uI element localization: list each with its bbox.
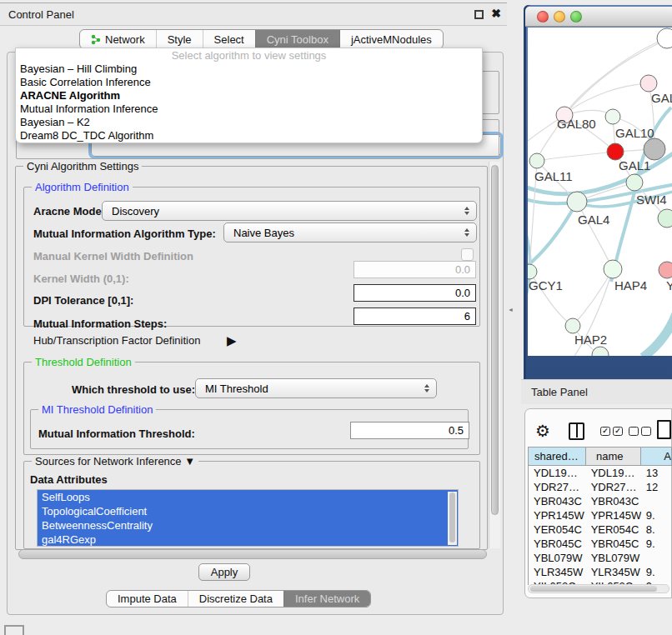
attributes-scrollbar[interactable] bbox=[448, 492, 457, 545]
hub-expand-arrow-icon[interactable]: ▶ bbox=[227, 333, 237, 348]
node-green-right[interactable] bbox=[658, 209, 672, 228]
mi-threshold-field[interactable]: 0.5 bbox=[350, 422, 469, 439]
table-cell: YER054C bbox=[586, 522, 641, 537]
close-window-icon[interactable] bbox=[537, 11, 549, 22]
tab-jactivemnodules[interactable]: jActiveMNodules bbox=[339, 30, 443, 48]
node-gal11[interactable] bbox=[529, 153, 544, 168]
settings-vertical-scrollbar[interactable] bbox=[489, 162, 500, 548]
tab-cyni-toolbox-label: Cyni Toolbox bbox=[267, 33, 328, 46]
gear-icon[interactable]: ⚙ bbox=[535, 421, 550, 441]
table-cell: YLR345W bbox=[586, 565, 641, 579]
table-cell: YDR27… bbox=[529, 480, 586, 494]
deselect-all-checkbox-icon[interactable] bbox=[629, 427, 639, 436]
tab-impute-data[interactable]: Impute Data bbox=[107, 591, 188, 607]
split-pane-collapse-icon[interactable]: ◄ bbox=[508, 307, 514, 312]
node-hap4[interactable] bbox=[604, 260, 622, 278]
dropdown-item-bayesian-k2[interactable]: Bayesian – K2 bbox=[16, 116, 482, 129]
dropdown-item-bayesian-hill-climbing[interactable]: Bayesian – Hill Climbing bbox=[16, 62, 482, 76]
mi-steps-field[interactable]: 6 bbox=[354, 308, 476, 325]
zoom-window-icon[interactable] bbox=[570, 11, 582, 22]
network-view-window[interactable]: GALGAL80GAL10GAL1GAL11SWI4GAL4GCY1HAP4YH… bbox=[524, 5, 672, 379]
table-row[interactable]: YBR043CYBR043C bbox=[529, 494, 672, 508]
tab-network-label: Network bbox=[105, 33, 145, 46]
dpi-tolerance-field[interactable]: 0.0 bbox=[354, 284, 476, 302]
node-swi4[interactable] bbox=[626, 174, 643, 191]
node-y-cut[interactable] bbox=[659, 262, 672, 278]
node-gcy1[interactable] bbox=[528, 264, 537, 279]
tab-style-label: Style bbox=[168, 33, 192, 46]
node-gray[interactable] bbox=[644, 138, 665, 160]
control-panel-tabbar: NetworkStyleSelectCyni ToolboxjActiveMNo… bbox=[79, 29, 444, 49]
tab-select[interactable]: Select bbox=[203, 30, 255, 48]
network-edge[interactable] bbox=[537, 152, 615, 161]
settings-vscroll-thumb[interactable] bbox=[491, 165, 499, 515]
float-panel-icon[interactable] bbox=[474, 10, 484, 19]
table-header-row: shared…nameA bbox=[529, 448, 672, 466]
table-cell: YBR043C bbox=[529, 494, 586, 508]
node-gal1[interactable] bbox=[607, 143, 624, 160]
tab-jactivemnodules-label: jActiveMNodules bbox=[351, 33, 432, 46]
tab-discretize-data-label: Discretize Data bbox=[199, 592, 273, 605]
table-column-header-shared[interactable]: shared… bbox=[529, 448, 586, 465]
table-row[interactable]: YER054CYER054C8. bbox=[529, 522, 672, 537]
network-edge[interactable] bbox=[643, 301, 672, 356]
network-canvas[interactable]: GALGAL80GAL10GAL1GAL11SWI4GAL4GCY1HAP4YH… bbox=[528, 28, 672, 356]
node-gal1-label: GAL1 bbox=[619, 158, 650, 172]
table-column-header-name[interactable]: name bbox=[586, 448, 641, 465]
tab-discretize-data[interactable]: Discretize Data bbox=[188, 591, 283, 607]
sources-collapse-arrow-icon[interactable]: ▼ bbox=[184, 455, 195, 468]
table-hscroll-thumb[interactable] bbox=[530, 586, 657, 592]
data-attributes-list[interactable]: SelfLoopsTopologicalCoefficientBetweenne… bbox=[37, 489, 459, 547]
which-threshold-combobox[interactable]: MI Threshold bbox=[195, 378, 437, 398]
network-edge[interactable] bbox=[528, 202, 577, 269]
table-row[interactable]: YPR145WYPR145W9. bbox=[529, 508, 672, 522]
close-panel-icon[interactable]: ✖ bbox=[491, 7, 501, 20]
aracne-mode-combobox[interactable]: Discovery bbox=[102, 201, 477, 221]
table-horizontal-scrollbar[interactable] bbox=[528, 584, 669, 593]
columns-icon[interactable] bbox=[569, 422, 584, 440]
tab-cyni-toolbox[interactable]: Cyni Toolbox bbox=[255, 30, 339, 48]
deselect-all-checkbox-icon[interactable] bbox=[641, 427, 651, 436]
dropdown-item-mutual-information-inference[interactable]: Mutual Information Inference bbox=[16, 102, 482, 116]
settings-horizontal-scrollbar[interactable] bbox=[18, 549, 487, 559]
network-edge[interactable] bbox=[573, 269, 613, 326]
select-all-checkbox-icon[interactable]: ✓ bbox=[613, 427, 623, 436]
manual-kernel-width-checkbox[interactable] bbox=[461, 248, 474, 261]
kernel-width-field[interactable]: 0.0 bbox=[354, 261, 476, 278]
tab-style[interactable]: Style bbox=[156, 30, 203, 48]
network-window-titlebar[interactable] bbox=[525, 7, 672, 27]
hub-definition-label[interactable]: Hub/Transcription Factor Definition bbox=[33, 334, 200, 347]
corner-grip-icon[interactable] bbox=[4, 625, 24, 635]
select-all-checkbox-icon[interactable]: ✓ bbox=[600, 427, 610, 436]
network-icon bbox=[91, 34, 101, 45]
node-top[interactable] bbox=[657, 28, 672, 48]
attribute-item-betweennesscentrality[interactable]: BetweennessCentrality bbox=[38, 518, 458, 532]
tab-infer-network[interactable]: Infer Network bbox=[283, 591, 370, 607]
table-row[interactable]: YBR045CYBR045C9. bbox=[529, 537, 672, 551]
table-column-header-a[interactable]: A bbox=[641, 448, 672, 465]
minimize-window-icon[interactable] bbox=[554, 11, 565, 22]
table-row[interactable]: YDR27…YDR27…12 bbox=[529, 480, 672, 494]
apply-button[interactable]: Apply bbox=[198, 563, 250, 581]
attribute-item-selfloops[interactable]: SelfLoops bbox=[38, 490, 458, 504]
table-cell: YDL19… bbox=[586, 466, 641, 480]
tab-network[interactable]: Network bbox=[80, 30, 156, 48]
attribute-item-gal4rgexp[interactable]: gal4RGexp bbox=[38, 532, 458, 547]
table-row[interactable]: YLR345WYLR345W9. bbox=[529, 565, 672, 579]
node-gal4[interactable] bbox=[567, 192, 587, 212]
new-table-icon[interactable] bbox=[657, 420, 671, 439]
which-threshold-label: Which threshold to use: bbox=[72, 383, 195, 396]
dropdown-item-dream8-dc-tdc-algorithm[interactable]: Dream8 DC_TDC Algorithm bbox=[16, 129, 482, 142]
node-hap2[interactable] bbox=[565, 318, 580, 333]
attribute-item-topologicalcoefficient[interactable]: TopologicalCoefficient bbox=[38, 504, 458, 518]
dropdown-item-basic-correlation-inference[interactable]: Basic Correlation Inference bbox=[16, 76, 482, 89]
table-row[interactable]: YDL19…YDL19…13 bbox=[529, 466, 672, 480]
network-graph[interactable]: GALGAL80GAL10GAL1GAL11SWI4GAL4GCY1HAP4YH… bbox=[528, 28, 672, 356]
node-gal-cut[interactable] bbox=[640, 75, 657, 92]
dropdown-item-aracne-algorithm[interactable]: ARACNE Algorithm bbox=[16, 89, 482, 102]
table-cell: YDL19… bbox=[529, 466, 586, 480]
node-bottom[interactable] bbox=[592, 347, 609, 356]
node-gal10[interactable] bbox=[605, 109, 620, 124]
mi-algorithm-type-combobox[interactable]: Naive Bayes bbox=[223, 222, 477, 242]
table-row[interactable]: YBL079WYBL079W bbox=[529, 551, 672, 565]
